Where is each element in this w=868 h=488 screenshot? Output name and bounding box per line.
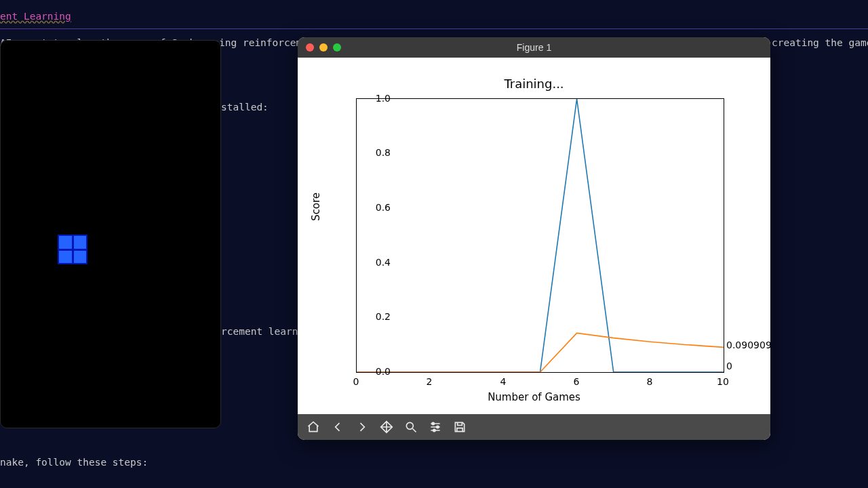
back-icon[interactable] — [326, 416, 349, 438]
chart-title: Training... — [298, 77, 770, 91]
figure-title: Figure 1 — [298, 42, 770, 53]
chart-lines — [357, 99, 724, 372]
svg-point-1 — [432, 422, 434, 424]
ytick-4: 0.8 — [376, 147, 391, 158]
configure-icon[interactable] — [424, 416, 447, 438]
ytick-3: 0.6 — [376, 202, 391, 213]
figure-titlebar[interactable]: Figure 1 — [298, 37, 770, 58]
x-axis-label: Number of Games — [298, 391, 770, 403]
figure-toolbar — [298, 414, 770, 440]
ytick-1: 0.2 — [376, 311, 391, 322]
home-icon[interactable] — [302, 416, 325, 438]
annotation-mean: 0.090909090 — [726, 340, 770, 350]
bg-text-rcement: rcement learni — [221, 326, 304, 337]
save-icon[interactable] — [448, 416, 471, 438]
bg-text-steps: nake, follow these steps: — [0, 457, 148, 468]
forward-icon[interactable] — [351, 416, 374, 438]
ytick-2: 0.4 — [376, 257, 391, 268]
pan-icon[interactable] — [375, 416, 398, 438]
xtick-2: 4 — [500, 376, 507, 387]
bg-text-line1-right: creating the game — [772, 37, 868, 48]
zoom-icon[interactable] — [399, 416, 422, 438]
ytick-5: 1.0 — [376, 93, 391, 104]
xtick-5: 10 — [717, 376, 729, 387]
plot-area: Training... 0.0 0.2 0.4 0.6 0.8 1.0 0 2 … — [298, 58, 770, 414]
ytick-0: 0.0 — [376, 366, 391, 377]
game-window — [0, 40, 221, 428]
snake-head — [58, 235, 87, 264]
xtick-3: 6 — [574, 376, 580, 387]
svg-point-2 — [437, 426, 439, 428]
xtick-1: 2 — [427, 376, 433, 387]
annotation-score: 0 — [726, 361, 732, 371]
xtick-0: 0 — [353, 376, 359, 387]
xtick-4: 8 — [647, 376, 653, 387]
bg-text-stalled: stalled: — [221, 102, 269, 113]
divider — [0, 28, 868, 29]
figure-window: Figure 1 Training... 0.0 0.2 0.4 0.6 0.8… — [298, 37, 770, 440]
chart-axes — [356, 98, 724, 373]
svg-point-3 — [433, 429, 435, 431]
svg-point-0 — [406, 422, 413, 429]
y-axis-label: Score — [310, 192, 322, 221]
heading-link[interactable]: ent Learning — [0, 11, 71, 22]
